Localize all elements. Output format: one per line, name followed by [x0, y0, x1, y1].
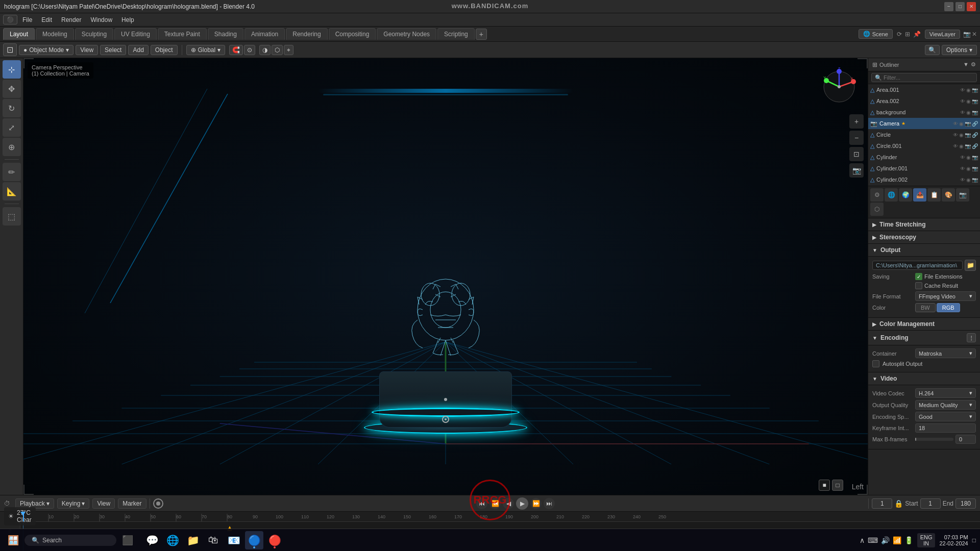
- stereoscopy-section[interactable]: ▶ Stereoscopy: [868, 231, 980, 244]
- hide-viewport-icon[interactable]: ◉: [959, 132, 964, 138]
- hide-viewport-icon[interactable]: ◉: [966, 110, 971, 115]
- outliner-item[interactable]: △ Cylinder.002 👁 ◉ 📷: [868, 174, 980, 185]
- visibility-icon[interactable]: 👁: [960, 110, 965, 115]
- show-desktop-button[interactable]: □: [972, 537, 976, 544]
- speaker-icon[interactable]: 🔊: [881, 536, 890, 544]
- network-icon[interactable]: 📶: [893, 536, 901, 544]
- visibility-icon[interactable]: 👁: [953, 143, 958, 149]
- viewport-overlay-btn[interactable]: ⬡: [272, 45, 283, 55]
- editor-type-icon[interactable]: ⊡: [3, 43, 17, 56]
- start-frame-input[interactable]: [920, 498, 941, 509]
- visibility-icon[interactable]: 👁: [960, 177, 965, 183]
- options-button[interactable]: Options ▾: [942, 45, 977, 55]
- visibility-icon[interactable]: 👁: [960, 166, 965, 171]
- view-menu[interactable]: View: [76, 45, 98, 55]
- tab-compositing[interactable]: Compositing: [329, 28, 376, 40]
- world-props-btn[interactable]: 🌍: [899, 188, 912, 202]
- outliner-settings-btn[interactable]: ⚙: [971, 61, 976, 68]
- video-codec-dropdown[interactable]: H.264 ▾: [915, 388, 976, 398]
- encoding-section[interactable]: ▼ Encoding ⋮: [868, 331, 980, 345]
- tab-animation[interactable]: Animation: [244, 28, 285, 40]
- sync-icon[interactable]: ⟳: [896, 30, 903, 39]
- object-props-btn[interactable]: ⬡: [870, 203, 884, 216]
- menu-render[interactable]: Render: [57, 15, 85, 24]
- keying-menu[interactable]: Keying ▾: [57, 498, 90, 509]
- zoom-out-button[interactable]: −: [849, 131, 864, 145]
- render-icon[interactable]: 📷: [972, 177, 978, 183]
- hide-viewport-icon[interactable]: ◉: [966, 155, 971, 160]
- keyframe-int-value[interactable]: 18: [915, 423, 976, 433]
- viewport-gizmo-btn[interactable]: ⌖: [284, 45, 293, 55]
- maximize-button[interactable]: □: [955, 2, 965, 11]
- taskbar-search[interactable]: 🔍 Search: [24, 535, 116, 546]
- visibility-icon[interactable]: 👁: [953, 121, 958, 127]
- render-icon[interactable]: 📷: [972, 110, 978, 115]
- outliner-item[interactable]: △ Cylinder 👁 ◉ 📷: [868, 152, 980, 163]
- toggle-camera-button[interactable]: 📷: [849, 163, 864, 178]
- visibility-icon[interactable]: 👁: [960, 155, 965, 160]
- cache-result-checkbox[interactable]: [915, 282, 922, 289]
- chevron-icon[interactable]: ∧: [860, 536, 865, 544]
- viewport-gizmo[interactable]: X Y Z: [819, 66, 860, 107]
- measure-tool[interactable]: 📐: [3, 182, 21, 201]
- menu-window[interactable]: Window: [86, 15, 116, 24]
- tab-modeling[interactable]: Modeling: [36, 28, 74, 40]
- hide-viewport-icon[interactable]: ◉: [966, 177, 971, 183]
- render-icon[interactable]: 📷: [972, 166, 978, 171]
- output-folder-btn[interactable]: 📁: [965, 260, 976, 271]
- render-icon[interactable]: 📷: [972, 98, 978, 104]
- encoding-speed-dropdown[interactable]: Good ▾: [915, 412, 976, 421]
- tab-uv-editing[interactable]: UV Editing: [114, 28, 157, 40]
- task-view-button[interactable]: ⬛: [118, 531, 137, 549]
- language-indicator[interactable]: ENG IN: [917, 533, 936, 547]
- minimize-button[interactable]: −: [944, 2, 953, 11]
- taskbar-app-edge[interactable]: 🌐: [163, 531, 182, 549]
- keyboard-icon[interactable]: ⌨: [868, 536, 878, 544]
- end-frame-input[interactable]: [955, 498, 976, 509]
- output-section[interactable]: ▼ Output: [868, 244, 980, 257]
- scene-name[interactable]: 🌐 Scene: [859, 29, 893, 39]
- jump-start-button[interactable]: ⏮: [476, 498, 487, 509]
- color-management-section[interactable]: ▶ Color Management: [868, 318, 980, 331]
- tab-layout[interactable]: Layout: [3, 28, 35, 40]
- camera-render-icon[interactable]: 📷: [963, 31, 971, 38]
- annotate-tool[interactable]: ✏: [3, 163, 21, 181]
- hide-viewport-icon[interactable]: ◉: [959, 143, 964, 149]
- rotate-tool[interactable]: ↻: [3, 99, 21, 117]
- outliner-item[interactable]: △ Area.002 👁 ◉ 📷: [868, 95, 980, 107]
- viewport[interactable]: Camera Perspective (1) Collection | Came…: [23, 58, 868, 495]
- start-button[interactable]: 🪟: [4, 531, 22, 549]
- visibility-icon[interactable]: 👁: [960, 87, 965, 93]
- output-quality-dropdown[interactable]: Medium Quality ▾: [915, 400, 976, 410]
- view-layer-name[interactable]: ViewLayer: [925, 30, 960, 39]
- render-icon[interactable]: 📷: [972, 155, 978, 160]
- mode-dropdown[interactable]: ● Object Mode ▾: [19, 45, 74, 55]
- video-section[interactable]: ▼ Video: [868, 372, 980, 385]
- menu-file[interactable]: File: [18, 15, 36, 24]
- outliner-item[interactable]: △ background 👁 ◉ 📷: [868, 107, 980, 118]
- hide-viewport-icon[interactable]: ◉: [966, 87, 971, 93]
- menu-edit[interactable]: Edit: [37, 15, 56, 24]
- battery-icon[interactable]: 🔋: [904, 536, 913, 544]
- tab-texture-paint[interactable]: Texture Paint: [158, 28, 207, 40]
- view-menu-tl[interactable]: View: [92, 498, 115, 509]
- play-button[interactable]: ▶: [516, 497, 528, 510]
- scale-tool[interactable]: ⤢: [3, 118, 21, 137]
- time-stretching-section[interactable]: ▶ Time Stretching: [868, 218, 980, 231]
- constraint-icon[interactable]: 🔗: [972, 121, 978, 127]
- record-button[interactable]: [153, 498, 163, 509]
- file-extensions-checkbox[interactable]: ✓: [915, 273, 922, 280]
- max-bframes-value[interactable]: 0: [955, 435, 976, 444]
- render-icon[interactable]: 📷: [965, 132, 971, 138]
- object-menu[interactable]: Object: [151, 45, 178, 55]
- move-tool[interactable]: ✥: [3, 80, 21, 98]
- outliner-item[interactable]: △ Area.001 👁 ◉ 📷: [868, 84, 980, 95]
- gray-square-btn[interactable]: □: [832, 480, 843, 491]
- bframes-slider[interactable]: [915, 438, 953, 441]
- taskbar-app-recording[interactable]: 🔴: [265, 531, 284, 549]
- add-cube-tool[interactable]: ⬚: [3, 207, 21, 226]
- output-props-btn[interactable]: 📤: [913, 188, 926, 202]
- bw-button[interactable]: BW: [915, 303, 936, 312]
- autosplit-checkbox[interactable]: [872, 360, 879, 367]
- render-icon[interactable]: 📷: [972, 87, 978, 93]
